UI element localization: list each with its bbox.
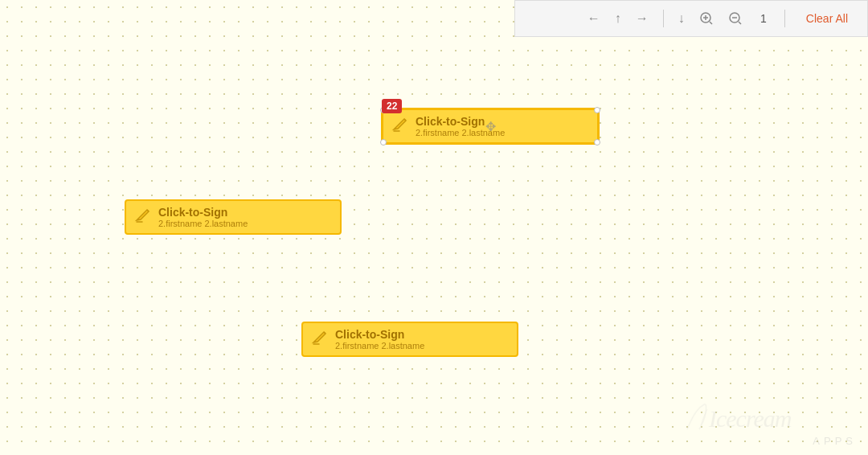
sign-field-3[interactable]: Click-to-Sign 2.firstname 2.lastname: [301, 322, 518, 357]
zoom-out-icon[interactable]: [728, 11, 743, 26]
field-2-container: Click-to-Sign 2.firstname 2.lastname: [125, 199, 342, 235]
sign-field-2-text: Click-to-Sign 2.firstname 2.lastname: [158, 206, 248, 228]
svg-line-6: [739, 22, 741, 24]
handle-tr-1[interactable]: [594, 107, 600, 113]
sign-icon-3: [311, 329, 329, 350]
svg-line-3: [710, 22, 712, 24]
field-1-container: 22 Click-to-Sign 2.firstname 2.lastname …: [382, 109, 599, 144]
sign-field-1-title: Click-to-Sign: [416, 115, 505, 128]
sign-field-1-text: Click-to-Sign 2.firstname 2.lastname: [416, 115, 505, 137]
field-3-container: Click-to-Sign 2.firstname 2.lastname: [301, 322, 518, 357]
sign-field-1[interactable]: Click-to-Sign 2.firstname 2.lastname ✥: [382, 109, 599, 144]
sign-icon-1: [391, 116, 409, 137]
zoom-in-icon[interactable]: [699, 11, 714, 26]
clear-all-button[interactable]: Clear All: [800, 9, 854, 28]
sign-field-3-text: Click-to-Sign 2.firstname 2.lastname: [335, 328, 424, 350]
handle-bl-1[interactable]: [380, 139, 387, 146]
field-1-badge: 22: [382, 99, 402, 113]
page-number: 1: [757, 12, 770, 25]
sign-field-2-subtitle: 2.firstname 2.lastname: [158, 219, 248, 228]
toolbar-divider-2: [784, 10, 785, 27]
sign-icon-2: [134, 207, 152, 228]
sign-field-3-subtitle: 2.firstname 2.lastname: [335, 341, 424, 350]
sign-field-2[interactable]: Click-to-Sign 2.firstname 2.lastname: [125, 199, 342, 235]
nav-right-icon[interactable]: →: [636, 11, 649, 26]
nav-left-icon[interactable]: ←: [588, 11, 600, 26]
sign-field-2-title: Click-to-Sign: [158, 206, 248, 219]
toolbar-divider-1: [663, 10, 664, 27]
nav-down-icon[interactable]: ↓: [678, 11, 685, 26]
nav-up-icon[interactable]: ↑: [615, 11, 621, 26]
toolbar: ← ↑ → ↓ 1 Clear All: [514, 0, 868, 37]
sign-field-1-subtitle: 2.firstname 2.lastname: [416, 128, 505, 137]
handle-br-1[interactable]: [594, 139, 600, 146]
sign-field-3-title: Click-to-Sign: [335, 328, 424, 341]
